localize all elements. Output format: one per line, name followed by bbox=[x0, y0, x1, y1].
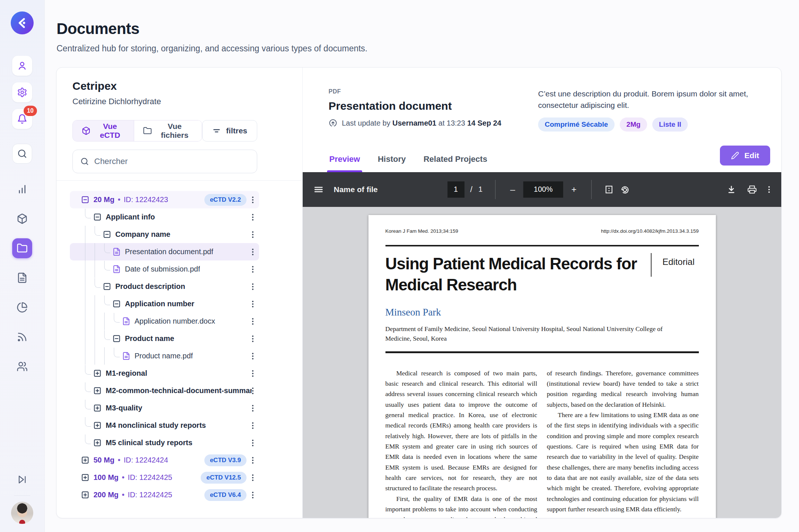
tree-row[interactable]: 50 Mg•ID: 12242424eCTD V3.9 bbox=[70, 451, 259, 469]
kebab-menu-icon[interactable] bbox=[252, 249, 254, 255]
kebab-menu-icon[interactable] bbox=[252, 422, 254, 429]
tree-guide bbox=[95, 243, 104, 260]
collapse-toggle-icon[interactable] bbox=[103, 230, 111, 239]
sidebar-item-folder[interactable] bbox=[12, 238, 32, 258]
sidebar-item-users[interactable] bbox=[12, 357, 32, 376]
sidebar-item-rss[interactable] bbox=[12, 327, 32, 347]
tree-row[interactable]: 100 Mg•ID: 12242425eCTD V12.5 bbox=[70, 469, 259, 486]
expand-toggle-icon[interactable] bbox=[93, 369, 102, 378]
tree-row[interactable]: Applicant info bbox=[70, 208, 259, 226]
kebab-menu-icon[interactable] bbox=[252, 214, 254, 221]
view-ectd-button[interactable]: Vue eCTD bbox=[73, 120, 134, 141]
search-button[interactable] bbox=[12, 144, 32, 164]
collapse-toggle-icon[interactable] bbox=[93, 213, 102, 221]
kebab-menu-icon[interactable] bbox=[252, 388, 254, 394]
tree-row[interactable]: Date of submission.pdf bbox=[70, 260, 259, 278]
ectd-tree: 20 Mg•ID: 12242423eCTD V2.2Applicant inf… bbox=[70, 191, 259, 504]
folder-icon bbox=[143, 126, 152, 135]
tree-row[interactable]: 20 Mg•ID: 12242423eCTD V2.2 bbox=[70, 191, 259, 208]
collapse-sidebar-button[interactable] bbox=[12, 470, 32, 490]
kebab-menu-icon[interactable] bbox=[252, 231, 254, 238]
kebab-menu-icon[interactable] bbox=[252, 405, 254, 412]
collapse-toggle-icon[interactable] bbox=[112, 300, 121, 308]
filters-button[interactable]: filtres bbox=[202, 120, 257, 141]
kebab-menu-icon[interactable] bbox=[252, 335, 254, 342]
expand-toggle-icon[interactable] bbox=[93, 386, 102, 395]
settings-button[interactable] bbox=[12, 82, 32, 102]
kebab-menu-icon[interactable] bbox=[252, 370, 254, 377]
tree-row[interactable]: Presentation document.pdf bbox=[70, 243, 259, 260]
expand-toggle-icon[interactable] bbox=[93, 421, 102, 430]
kebab-menu-icon[interactable] bbox=[252, 440, 254, 446]
collapse-toggle-icon[interactable] bbox=[81, 195, 89, 204]
pdf-viewer: Name of file 1 / 1 – 100% + bbox=[303, 172, 781, 518]
last-update-prefix: Last update by bbox=[342, 119, 390, 127]
tree-row[interactable]: 200 Mg•ID: 12242425eCTD V6.4 bbox=[70, 486, 259, 504]
kebab-menu-icon[interactable] bbox=[252, 197, 254, 203]
kebab-menu-icon[interactable] bbox=[252, 457, 254, 464]
tab-related-projects[interactable]: Related Projects bbox=[423, 154, 488, 172]
sidebar-item-pie-chart[interactable] bbox=[12, 297, 32, 317]
tree-row[interactable]: M3-quality bbox=[70, 399, 259, 417]
tree-connector bbox=[85, 417, 91, 427]
menu-icon[interactable] bbox=[314, 185, 323, 194]
tree-row[interactable]: Company name bbox=[70, 226, 259, 243]
brand-logo[interactable] bbox=[11, 11, 34, 34]
tree-row[interactable]: Product description bbox=[70, 278, 259, 295]
page-number-input[interactable]: 1 bbox=[447, 181, 464, 198]
zoom-level[interactable]: 100% bbox=[523, 181, 563, 198]
kebab-menu-icon[interactable] bbox=[252, 266, 254, 273]
search-input[interactable] bbox=[94, 157, 249, 166]
kebab-menu-icon[interactable] bbox=[252, 283, 254, 290]
tree-row[interactable]: Product name bbox=[70, 330, 259, 347]
zoom-in-button[interactable]: + bbox=[569, 184, 579, 195]
view-ectd-label: Vue eCTD bbox=[95, 122, 125, 140]
expand-toggle-icon[interactable] bbox=[93, 439, 102, 447]
kebab-menu-icon[interactable] bbox=[252, 492, 254, 498]
sidebar-item-bar-chart[interactable] bbox=[12, 179, 32, 199]
rotate-icon[interactable] bbox=[620, 185, 629, 194]
folder-icon bbox=[17, 243, 28, 254]
kebab-menu-icon[interactable] bbox=[252, 301, 254, 307]
tree-search[interactable] bbox=[72, 150, 257, 173]
pdf-paragraph: of research findings. Therefore, governa… bbox=[547, 368, 699, 410]
zoom-out-button[interactable]: – bbox=[508, 184, 517, 195]
expand-toggle-icon[interactable] bbox=[81, 473, 89, 482]
file-icon bbox=[122, 352, 130, 360]
more-options-icon[interactable] bbox=[768, 186, 770, 193]
kebab-menu-icon[interactable] bbox=[252, 318, 254, 325]
user-button[interactable] bbox=[12, 56, 32, 76]
document-header: PDF Presentation document Last update by… bbox=[303, 68, 781, 132]
download-icon[interactable] bbox=[727, 185, 736, 194]
kebab-menu-icon[interactable] bbox=[252, 474, 254, 481]
fit-to-page-icon[interactable] bbox=[604, 185, 614, 194]
tree-row[interactable]: Application number bbox=[70, 295, 259, 313]
tree-row[interactable]: M1-regional bbox=[70, 365, 259, 382]
kebab-menu-icon[interactable] bbox=[252, 353, 254, 359]
tree-row[interactable]: M4 nonclinical study reports bbox=[70, 417, 259, 434]
view-files-button[interactable]: Vue fichiers bbox=[134, 120, 202, 141]
user-avatar[interactable] bbox=[11, 502, 33, 524]
expand-toggle-icon[interactable] bbox=[93, 404, 102, 412]
tab-preview[interactable]: Preview bbox=[329, 154, 361, 172]
tree-row[interactable]: M5 clinical study reports bbox=[70, 434, 259, 451]
product-panel: Cetripex Cetirizine Dichlorhydrate Vue e… bbox=[57, 68, 303, 518]
tree-row[interactable]: Product name.pdf bbox=[70, 347, 259, 365]
document-tag: Comprimé Sécable bbox=[538, 117, 615, 132]
tab-history[interactable]: History bbox=[377, 154, 407, 172]
tree-row[interactable]: Application number.docx bbox=[70, 313, 259, 330]
edit-button[interactable]: Edit bbox=[720, 146, 770, 166]
pdf-canvas[interactable]: Korean J Fam Med. 2013;34:159 http://dx.… bbox=[303, 207, 781, 518]
view-controls: Vue eCTD Vue fichiers fil bbox=[72, 120, 257, 141]
journal-reference: Korean J Fam Med. 2013;34:159 bbox=[385, 228, 458, 234]
sidebar-item-cube[interactable] bbox=[12, 209, 32, 229]
tree-row[interactable]: M2-common-technical-document-summaries bbox=[70, 382, 259, 399]
sidebar-item-file-text[interactable] bbox=[12, 268, 32, 288]
collapse-toggle-icon[interactable] bbox=[103, 282, 111, 291]
bell-button[interactable]: 10 bbox=[12, 109, 32, 129]
collapse-toggle-icon[interactable] bbox=[112, 334, 121, 343]
print-icon[interactable] bbox=[747, 185, 757, 194]
expand-toggle-icon[interactable] bbox=[81, 491, 89, 499]
expand-toggle-icon[interactable] bbox=[81, 456, 89, 464]
tree-guide bbox=[85, 330, 95, 347]
